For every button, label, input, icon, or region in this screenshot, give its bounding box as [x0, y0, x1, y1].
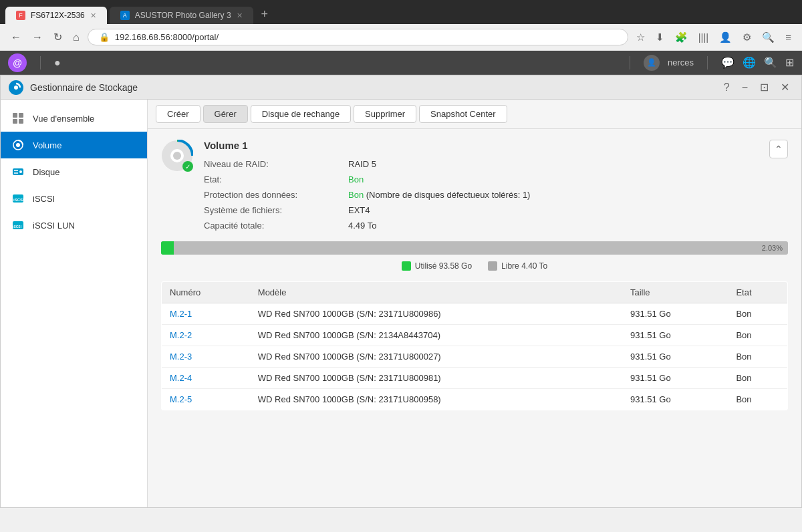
download-icon[interactable]: ⬇ [653, 29, 667, 46]
protection-label: Protection des données: [204, 190, 338, 200]
forward-button[interactable]: → [29, 29, 45, 46]
disk-size-4: 931.51 Go [622, 389, 728, 410]
tab-fs6712x[interactable]: F FS6712X-2536 ✕ [5, 7, 107, 24]
capacity-value: 4.49 To [348, 221, 759, 231]
disk-num-1[interactable]: M.2-2 [162, 325, 250, 346]
menu-icon[interactable]: ≡ [783, 29, 794, 45]
disk-state-3: Bon [728, 368, 787, 389]
disk-link-4[interactable]: M.2-5 [170, 394, 192, 404]
close-button[interactable]: ✕ [777, 80, 793, 95]
disk-state-0: Bon [728, 303, 787, 325]
sidebar-item-disque[interactable]: Disque [1, 158, 147, 185]
sidebar-item-vue-ensemble[interactable]: Vue d'ensemble [1, 105, 147, 132]
iscsi-icon: iSCSI [11, 192, 25, 205]
help-button[interactable]: ? [720, 80, 734, 95]
disk-num-3[interactable]: M.2-4 [162, 368, 250, 389]
address-icons: ☆ ⬇ 🧩 |||| 👤 ⚙ 🔍 ≡ [634, 29, 794, 46]
supprimer-button[interactable]: Supprimer [354, 105, 416, 123]
disk-model-1: WD Red SN700 1000GB (S/N: 2134A8443704) [250, 325, 622, 346]
volume-icon [11, 138, 25, 152]
disk-size-2: 931.51 Go [622, 346, 728, 368]
disque-icon [11, 165, 25, 178]
new-tab-button[interactable]: + [256, 5, 274, 24]
sidebar-item-iscsi-lun[interactable]: iSCSI iSCSI LUN [1, 212, 147, 239]
profile-icon[interactable]: 👤 [716, 29, 734, 46]
tab-bar: F FS6712X-2536 ✕ A ASUSTOR Photo Gallery… [0, 0, 802, 24]
refresh-button[interactable]: ↻ [51, 28, 65, 46]
portal-bar: @ ● 👤 nerces 💬 🌐 🔍 ⊞ [0, 51, 802, 75]
portal-user: 👤 nerces 💬 🌐 🔍 ⊞ [624, 55, 794, 71]
sidebar-label-vue-ensemble: Vue d'ensemble [33, 114, 94, 124]
disk-link-3[interactable]: M.2-4 [170, 373, 192, 383]
tab-asustor[interactable]: A ASUSTOR Photo Gallery 3 ✕ [110, 7, 253, 24]
volume-info: Volume 1 Niveau de RAID: RAID 5 Etat: Bo… [204, 140, 759, 231]
disk-model-3: WD Red SN700 1000GB (S/N: 23171U800981) [250, 368, 622, 389]
portal-globe-icon[interactable]: 🌐 [743, 56, 756, 69]
disk-link-1[interactable]: M.2-2 [170, 330, 192, 340]
progress-section: 2.03% Utilisé 93.58 Go Libre 4.40 To [161, 241, 788, 271]
col-etat: Etat [728, 282, 787, 303]
portal-icon-1[interactable]: ● [54, 57, 61, 69]
puzzle-icon[interactable]: ⚙ [740, 29, 754, 46]
disk-link-2[interactable]: M.2-3 [170, 352, 192, 362]
extensions-icon[interactable]: 🧩 [672, 29, 690, 46]
tab-favicon-asustor: A [120, 11, 130, 20]
overview-icon [11, 112, 25, 125]
disk-model-4: WD Red SN700 1000GB (S/N: 23171U800958) [250, 389, 622, 410]
svg-rect-3 [19, 113, 23, 118]
collapse-button[interactable]: ⌃ [769, 140, 788, 158]
tab-label-asustor: ASUSTOR Photo Gallery 3 [135, 11, 231, 20]
bookmark-icon[interactable]: ☆ [634, 29, 648, 46]
sidebar-item-volume[interactable]: Volume [1, 132, 147, 158]
iscsi-lun-icon: iSCSI [11, 219, 25, 232]
svg-rect-5 [19, 119, 23, 124]
sidebar-item-iscsi[interactable]: iSCSI iSCSI [1, 185, 147, 212]
col-modele: Modèle [250, 282, 622, 303]
gerer-button[interactable]: Gérer [203, 105, 248, 123]
protection-good: Bon [348, 190, 364, 200]
svg-point-1 [14, 86, 18, 90]
disk-num-0[interactable]: M.2-1 [162, 303, 250, 325]
tab-close-fs6712x[interactable]: ✕ [90, 11, 96, 20]
portal-msg-icon[interactable]: 💬 [721, 56, 734, 69]
tab-close-asustor[interactable]: ✕ [237, 11, 243, 20]
portal-icons: ● [54, 57, 61, 69]
portal-user-icon[interactable]: 👤 [644, 55, 660, 71]
disk-size-3: 931.51 Go [622, 368, 728, 389]
disk-num-2[interactable]: M.2-3 [162, 346, 250, 368]
volume-icon-display: ✓ [161, 140, 193, 172]
bars-icon[interactable]: |||| [696, 29, 712, 45]
progress-bar-container: 2.03% [161, 241, 788, 255]
search-icon[interactable]: 🔍 [759, 29, 777, 46]
portal-grid-icon[interactable]: ⊞ [785, 56, 794, 69]
state-label: Etat: [204, 174, 338, 184]
address-input-container[interactable]: 🔒 192.168.68.56:8000/portal/ [88, 29, 628, 45]
portal-user-separator2 [707, 56, 708, 70]
portal-logo[interactable]: @ [8, 53, 27, 72]
filesystem-value: EXT4 [348, 205, 759, 215]
disk-model-0: WD Red SN700 1000GB (S/N: 23171U800986) [250, 303, 622, 325]
volume-check-icon: ✓ [182, 161, 193, 172]
svg-text:iSCSI: iSCSI [13, 225, 22, 229]
disk-num-4[interactable]: M.2-5 [162, 389, 250, 410]
maximize-button[interactable]: ⊡ [756, 80, 773, 95]
col-taille: Taille [622, 282, 728, 303]
portal-search-icon[interactable]: 🔍 [764, 56, 777, 69]
disk-link-0[interactable]: M.2-1 [170, 309, 192, 319]
svg-point-9 [19, 170, 22, 173]
home-button[interactable]: ⌂ [70, 29, 82, 46]
disque-rechange-button[interactable]: Disque de rechange [251, 105, 351, 123]
sidebar-label-disque: Disque [33, 167, 59, 177]
minimize-button[interactable]: − [738, 80, 752, 95]
address-bar: ← → ↻ ⌂ 🔒 192.168.68.56:8000/portal/ ☆ ⬇… [0, 24, 802, 51]
svg-point-7 [16, 143, 20, 147]
creer-button[interactable]: Créer [156, 105, 200, 123]
portal-separator [40, 56, 41, 70]
disk-table-header-row: Numéro Modèle Taille Etat [162, 282, 788, 303]
disk-table: Numéro Modèle Taille Etat M.2-1 WD Red S… [161, 281, 788, 410]
disk-table-row: M.2-3 WD Red SN700 1000GB (S/N: 23171U80… [162, 346, 788, 368]
address-url: 192.168.68.56:8000/portal/ [115, 32, 219, 42]
snapshot-center-button[interactable]: Snapshot Center [419, 105, 507, 123]
back-button[interactable]: ← [8, 29, 24, 46]
sidebar-label-iscsi: iSCSI [33, 194, 55, 204]
